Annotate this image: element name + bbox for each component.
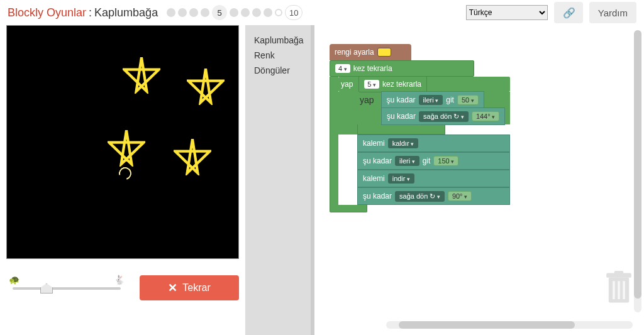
block-label: kez tekrarla xyxy=(353,64,392,73)
star-shape xyxy=(123,56,160,94)
block-set-color[interactable]: rengi ayarla xyxy=(330,44,411,60)
color-swatch[interactable] xyxy=(377,48,391,57)
level-dot[interactable] xyxy=(201,8,209,17)
level-dot[interactable] xyxy=(275,9,282,16)
do-label: yap xyxy=(360,95,374,105)
star-shape xyxy=(108,129,145,167)
turtle-canvas xyxy=(6,25,239,259)
svg-rect-3 xyxy=(613,281,615,299)
svg-rect-4 xyxy=(618,281,620,299)
reset-button[interactable]: ✕ Tekrar xyxy=(140,275,239,300)
vertical-scrollbar[interactable] xyxy=(634,30,641,312)
block-pen-down[interactable]: kalemi indir xyxy=(357,170,510,187)
slider-thumb[interactable] xyxy=(40,283,53,294)
title-separator: : xyxy=(89,6,92,19)
level-dot-current[interactable]: 5 xyxy=(212,5,227,20)
link-icon: 🔗 xyxy=(563,7,574,19)
block-label: şu kadar xyxy=(387,96,416,104)
language-select[interactable]: Türkçe xyxy=(466,5,548,20)
block-label: git xyxy=(446,96,454,104)
level-dot[interactable] xyxy=(252,8,261,17)
level-dot[interactable] xyxy=(178,8,187,17)
block-label: şu kadar xyxy=(387,112,416,121)
block-turn-right[interactable]: şu kadar sağa dön ↻ 144° xyxy=(381,107,505,125)
level-dot[interactable] xyxy=(167,8,175,17)
level-dot[interactable] xyxy=(189,8,198,17)
pen-field[interactable]: indir xyxy=(388,173,414,184)
block-label: git xyxy=(423,157,431,165)
angle-field[interactable]: 90° xyxy=(448,191,472,201)
game-title: Kaplumbağa xyxy=(94,6,158,19)
toolbox-category[interactable]: Döngüler xyxy=(254,63,311,78)
loop-end xyxy=(330,205,367,212)
repeat-count-field[interactable]: 4 xyxy=(335,64,350,73)
block-label: şu kadar xyxy=(363,157,392,165)
turtle-cursor-icon xyxy=(116,165,133,182)
speed-slider[interactable]: 🐢 🐇 xyxy=(6,277,127,299)
block-label: kez tekrarla xyxy=(382,80,421,89)
svg-rect-5 xyxy=(623,281,625,299)
distance-field[interactable]: 150 xyxy=(433,156,458,166)
block-label: şu kadar xyxy=(363,192,392,200)
block-pen-up[interactable]: kalemi kaldır xyxy=(357,135,510,152)
star-shape xyxy=(174,138,211,175)
block-move-forward[interactable]: şu kadar ileri git 50 xyxy=(381,91,484,109)
block-label: rengi ayarla xyxy=(335,48,374,57)
block-workspace[interactable]: rengi ayarla 4 kez tekrarla xyxy=(314,25,644,335)
level-dot[interactable] xyxy=(264,8,272,17)
angle-field[interactable]: 144° xyxy=(472,111,499,121)
close-icon: ✕ xyxy=(168,281,177,295)
block-label: kalemi xyxy=(363,174,385,183)
block-turn-right[interactable]: şu kadar sağa dön ↻ 90° xyxy=(357,187,510,205)
reset-label: Tekrar xyxy=(182,282,210,294)
block-repeat-outer[interactable]: 4 kez tekrarla xyxy=(330,60,474,77)
trash-icon[interactable] xyxy=(605,271,633,305)
block-move-forward[interactable]: şu kadar ileri git 150 xyxy=(357,152,510,170)
block-toolbox: Kaplumbağa Renk Döngüler xyxy=(245,25,314,335)
level-dot[interactable] xyxy=(230,8,238,17)
level-selector: 5 10 xyxy=(165,5,304,20)
svg-rect-2 xyxy=(614,271,623,274)
repeat-count-field[interactable]: 5 xyxy=(364,80,379,89)
link-button[interactable]: 🔗 xyxy=(554,2,583,23)
level-dot-final[interactable]: 10 xyxy=(285,5,303,20)
turn-field[interactable]: sağa dön ↻ xyxy=(395,191,445,202)
toolbox-category[interactable]: Kaplumbağa xyxy=(254,33,311,48)
scrollbar-thumb[interactable] xyxy=(634,30,641,299)
distance-field[interactable]: 50 xyxy=(457,95,479,105)
level-dot[interactable] xyxy=(241,8,250,17)
help-button[interactable]: Yardım xyxy=(589,2,636,23)
turtle-slow-icon: 🐢 xyxy=(9,275,19,285)
direction-field[interactable]: ileri xyxy=(395,156,419,166)
horizontal-scrollbar[interactable] xyxy=(386,321,633,329)
star-shape xyxy=(187,67,225,105)
block-program[interactable]: rengi ayarla 4 kez tekrarla xyxy=(330,44,510,212)
scrollbar-thumb[interactable] xyxy=(399,321,575,329)
direction-field[interactable]: ileri xyxy=(419,95,443,105)
rabbit-fast-icon: 🐇 xyxy=(114,275,125,285)
turn-field[interactable]: sağa dön ↻ xyxy=(419,111,469,122)
do-label: yap xyxy=(341,80,353,89)
block-label: kalemi xyxy=(363,139,385,148)
app-title-link[interactable]: Blockly Oyunlar xyxy=(8,6,86,19)
slider-track xyxy=(13,287,121,290)
toolbox-category[interactable]: Renk xyxy=(254,48,311,63)
pen-field[interactable]: kaldır xyxy=(388,138,418,148)
